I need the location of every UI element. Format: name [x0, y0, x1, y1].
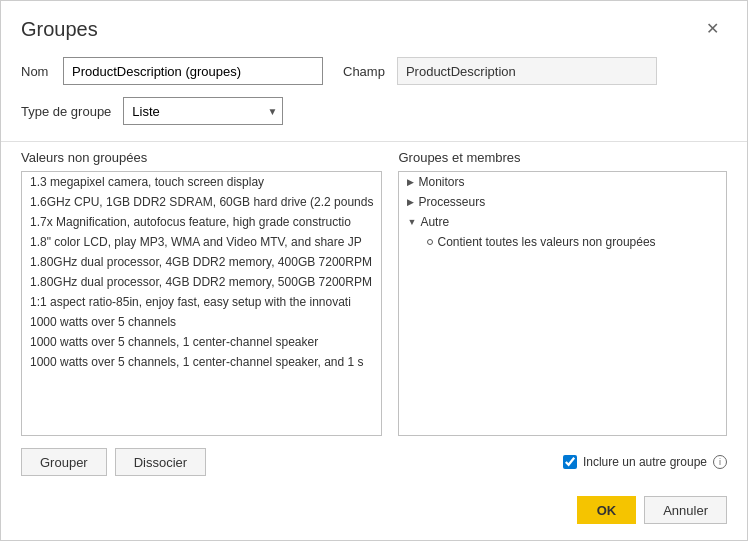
footer-row: OK Annuler	[1, 488, 747, 540]
list-item[interactable]: 1.80GHz dual processor, 4GB DDR2 memory,…	[22, 252, 381, 272]
action-buttons-row: Grouper Dissocier Inclure un autre group…	[1, 436, 747, 488]
type-label: Type de groupe	[21, 104, 111, 119]
list-item[interactable]: 1.6GHz CPU, 1GB DDR2 SDRAM, 60GB hard dr…	[22, 192, 381, 212]
tree-item-label: Autre	[420, 215, 449, 229]
list-item[interactable]: 1000 watts over 5 channels	[22, 312, 381, 332]
info-icon[interactable]: i	[713, 455, 727, 469]
list-item[interactable]: 1000 watts over 5 channels, 1 center-cha…	[22, 352, 381, 372]
dissocier-button[interactable]: Dissocier	[115, 448, 206, 476]
nom-input[interactable]	[63, 57, 323, 85]
groups-members-tree[interactable]: ▶Monitors▶Processeurs▼AutreContient tout…	[398, 171, 727, 436]
checkbox-area: Inclure un autre groupe i	[563, 455, 727, 469]
close-button[interactable]: ✕	[698, 17, 727, 41]
right-column-title: Groupes et membres	[398, 150, 727, 165]
champ-label: Champ	[343, 64, 385, 79]
type-select-wrapper: Liste ▼	[123, 97, 283, 125]
type-row: Type de groupe Liste ▼	[1, 93, 747, 133]
chevron-right-icon[interactable]: ▶	[407, 177, 414, 187]
inclure-autre-label[interactable]: Inclure un autre groupe	[583, 455, 707, 469]
tree-item[interactable]: ▼Autre	[399, 212, 726, 232]
left-column-title: Valeurs non groupées	[21, 150, 382, 165]
chevron-right-icon[interactable]: ▶	[407, 197, 414, 207]
champ-value: ProductDescription	[397, 57, 657, 85]
annuler-button[interactable]: Annuler	[644, 496, 727, 524]
divider	[1, 141, 747, 142]
list-item[interactable]: 1.80GHz dual processor, 4GB DDR2 memory,…	[22, 272, 381, 292]
tree-item[interactable]: ▶Processeurs	[399, 192, 726, 212]
tree-child-label: Contient toutes les valeurs non groupées	[437, 235, 655, 249]
groupes-dialog: Groupes ✕ Nom Champ ProductDescription T…	[0, 0, 748, 541]
left-column: Valeurs non groupées 1.3 megapixel camer…	[21, 150, 382, 436]
list-item[interactable]: 1.3 megapixel camera, touch screen displ…	[22, 172, 381, 192]
right-column: Groupes et membres ▶Monitors▶Processeurs…	[398, 150, 727, 436]
columns-container: Valeurs non groupées 1.3 megapixel camer…	[1, 150, 747, 436]
list-item[interactable]: 1:1 aspect ratio-85in, enjoy fast, easy …	[22, 292, 381, 312]
ungrouped-values-list[interactable]: 1.3 megapixel camera, touch screen displ…	[21, 171, 382, 436]
nom-row: Nom Champ ProductDescription	[1, 49, 747, 93]
tree-item-label: Monitors	[418, 175, 464, 189]
title-bar: Groupes ✕	[1, 1, 747, 49]
chevron-down-icon[interactable]: ▼	[407, 217, 416, 227]
inclure-autre-checkbox[interactable]	[563, 455, 577, 469]
ok-button[interactable]: OK	[577, 496, 637, 524]
list-item[interactable]: 1.7x Magnification, autofocus feature, h…	[22, 212, 381, 232]
tree-item[interactable]: ▶Monitors	[399, 172, 726, 192]
tree-child-item[interactable]: Contient toutes les valeurs non groupées	[399, 232, 726, 252]
grouper-button[interactable]: Grouper	[21, 448, 107, 476]
list-item[interactable]: 1000 watts over 5 channels, 1 center-cha…	[22, 332, 381, 352]
tree-item-label: Processeurs	[418, 195, 485, 209]
circle-icon	[427, 239, 433, 245]
dialog-title: Groupes	[21, 18, 98, 41]
type-select[interactable]: Liste	[123, 97, 283, 125]
nom-label: Nom	[21, 64, 51, 79]
list-item[interactable]: 1.8" color LCD, play MP3, WMA and Video …	[22, 232, 381, 252]
